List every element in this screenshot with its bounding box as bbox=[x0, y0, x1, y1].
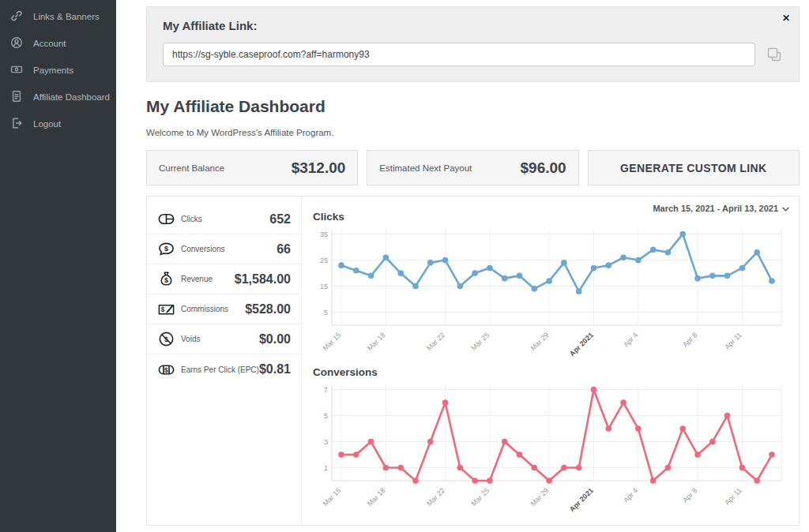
stat-epc: $ Earns Per Click (EPC) $0.81 bbox=[147, 354, 301, 384]
sidebar-item-label: Links & Banners bbox=[33, 12, 100, 21]
svg-text:Apr 4: Apr 4 bbox=[622, 331, 639, 348]
svg-text:Apr 11: Apr 11 bbox=[723, 486, 743, 506]
date-range-selector[interactable]: March 15, 2021 - April 13, 2021 bbox=[653, 204, 789, 213]
page-title: My Affiliate Dashboard bbox=[146, 97, 800, 116]
stat-conversions: $ Conversions 66 bbox=[147, 234, 301, 264]
svg-text:15: 15 bbox=[320, 283, 328, 290]
svg-text:$: $ bbox=[161, 306, 165, 313]
svg-text:$: $ bbox=[164, 245, 168, 253]
svg-text:7: 7 bbox=[324, 386, 328, 394]
svg-text:25: 25 bbox=[320, 257, 328, 264]
date-range-label: March 15, 2021 - April 13, 2021 bbox=[653, 204, 778, 213]
svg-text:Apr 11: Apr 11 bbox=[723, 331, 743, 350]
document-icon bbox=[10, 90, 23, 104]
sidebar-item-label: Payments bbox=[33, 66, 73, 75]
sidebar: Links & Banners Account Payments Af bbox=[0, 0, 116, 532]
affiliate-link-notice: ✕ My Affiliate Link: bbox=[146, 6, 800, 82]
svg-text:Mar 18: Mar 18 bbox=[366, 331, 387, 352]
svg-text:$: $ bbox=[164, 365, 168, 373]
payments-icon bbox=[10, 63, 23, 77]
svg-text:Mar 25: Mar 25 bbox=[469, 486, 491, 508]
epc-icon: $ bbox=[157, 361, 178, 379]
svg-text:35: 35 bbox=[320, 230, 328, 238]
conversions-chart: 1357Mar 15Mar 18Mar 22Mar 25Mar 29Apr 20… bbox=[311, 378, 786, 514]
svg-text:Apr 8: Apr 8 bbox=[681, 486, 698, 504]
welcome-text: Welcome to My WordPress's Affiliate Prog… bbox=[146, 128, 800, 137]
next-payout-label: Estimated Next Payout bbox=[379, 163, 472, 173]
svg-text:1: 1 bbox=[324, 464, 328, 472]
sidebar-item-links-banners[interactable]: Links & Banners bbox=[0, 3, 116, 30]
svg-text:3: 3 bbox=[324, 438, 328, 446]
dashboard-panel: Clicks 652 $ Conversions 66 bbox=[146, 196, 800, 526]
sidebar-item-account[interactable]: Account bbox=[0, 30, 116, 57]
svg-text:Mar 22: Mar 22 bbox=[425, 486, 446, 508]
sidebar-item-label: Affiliate Dashboard bbox=[33, 92, 110, 102]
svg-text:Apr 4: Apr 4 bbox=[622, 486, 639, 504]
sidebar-item-logout[interactable]: Logout bbox=[0, 111, 116, 137]
sidebar-item-affiliate-dashboard[interactable]: Affiliate Dashboard bbox=[0, 84, 116, 111]
stat-clicks: Clicks 652 bbox=[147, 204, 301, 234]
account-icon bbox=[10, 36, 23, 51]
svg-text:5: 5 bbox=[324, 412, 328, 420]
svg-text:Mar 18: Mar 18 bbox=[366, 486, 387, 508]
svg-text:Mar 15: Mar 15 bbox=[322, 486, 343, 508]
stat-voids: $ Voids $0.00 bbox=[147, 324, 301, 354]
svg-text:Mar 22: Mar 22 bbox=[425, 331, 446, 352]
current-balance-card: Current Balance $312.00 bbox=[146, 150, 358, 185]
close-icon[interactable]: ✕ bbox=[782, 13, 790, 24]
summary-cards: Current Balance $312.00 Estimated Next P… bbox=[146, 150, 800, 185]
commission-note-icon: $ bbox=[157, 300, 178, 318]
chevron-down-icon bbox=[782, 204, 789, 213]
svg-text:Apr 2021: Apr 2021 bbox=[568, 331, 595, 358]
copy-icon[interactable] bbox=[766, 46, 783, 63]
sidebar-item-label: Account bbox=[33, 39, 66, 48]
svg-text:Apr 2021: Apr 2021 bbox=[568, 486, 595, 513]
svg-text:Apr 8: Apr 8 bbox=[681, 331, 698, 348]
mouse-icon bbox=[157, 210, 178, 228]
sidebar-item-payments[interactable]: Payments bbox=[0, 57, 116, 84]
svg-text:5: 5 bbox=[324, 309, 328, 317]
svg-text:Mar 15: Mar 15 bbox=[322, 331, 343, 352]
charts-column: March 15, 2021 - April 13, 2021 Clicks 5… bbox=[302, 197, 799, 525]
svg-text:$: $ bbox=[164, 276, 168, 284]
sidebar-item-label: Logout bbox=[33, 119, 61, 129]
clicks-chart: 5152535Mar 15Mar 18Mar 22Mar 25Mar 29Apr… bbox=[311, 223, 786, 358]
generate-custom-link-label: GENERATE CUSTOM LINK bbox=[620, 162, 767, 174]
stat-revenue: $ Revenue $1,584.00 bbox=[147, 264, 301, 294]
link-icon bbox=[10, 9, 23, 24]
stats-column: Clicks 652 $ Conversions 66 bbox=[147, 197, 302, 525]
next-payout-card: Estimated Next Payout $96.00 bbox=[367, 150, 578, 185]
current-balance-label: Current Balance bbox=[159, 163, 224, 173]
conversion-bubble-icon: $ bbox=[157, 240, 178, 258]
money-bag-icon: $ bbox=[157, 270, 178, 288]
affiliate-link-input[interactable] bbox=[163, 43, 755, 66]
void-icon: $ bbox=[157, 330, 178, 348]
affiliate-link-title: My Affiliate Link: bbox=[163, 19, 783, 32]
current-balance-value: $312.00 bbox=[292, 159, 346, 177]
svg-text:Mar 29: Mar 29 bbox=[529, 331, 551, 352]
stat-commissions: $ Commissions $528.00 bbox=[147, 294, 301, 324]
conversions-chart-title: Conversions bbox=[313, 366, 791, 378]
svg-text:Mar 29: Mar 29 bbox=[529, 486, 551, 508]
generate-custom-link-button[interactable]: GENERATE CUSTOM LINK bbox=[588, 150, 800, 185]
main-content: ✕ My Affiliate Link: My Affiliate Dashbo… bbox=[116, 0, 809, 532]
svg-text:Mar 25: Mar 25 bbox=[469, 331, 491, 352]
next-payout-value: $96.00 bbox=[521, 159, 566, 177]
logout-icon bbox=[10, 117, 23, 131]
